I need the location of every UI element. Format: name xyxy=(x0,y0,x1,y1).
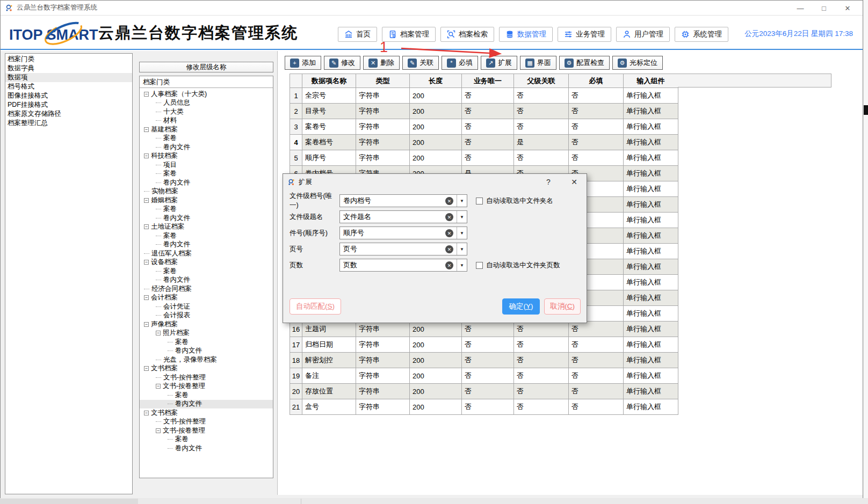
nav-home-button[interactable]: 首页 xyxy=(338,27,377,42)
tree-item[interactable]: 材料 xyxy=(140,116,273,126)
clear-icon[interactable]: ✕ xyxy=(445,213,453,221)
tree-item[interactable]: −人事档案（十大类) xyxy=(140,90,273,99)
collapse-icon[interactable]: − xyxy=(144,295,149,300)
tree-item[interactable]: −设备档案 xyxy=(140,258,273,267)
collapse-icon[interactable]: − xyxy=(156,331,161,335)
collapse-icon[interactable]: − xyxy=(144,127,149,132)
collapse-icon[interactable]: − xyxy=(156,428,161,433)
table-row[interactable]: 20存放位置字符串200否否否单行输入框 xyxy=(290,384,678,399)
toolbar-button-cursor-locate[interactable]: ⚙光标定位 xyxy=(612,56,663,70)
collapse-icon[interactable]: − xyxy=(144,92,149,97)
tree-item[interactable]: −科技档案 xyxy=(140,152,273,161)
collapse-icon[interactable]: − xyxy=(156,384,161,389)
auto-match-button[interactable]: 自动匹配(S) xyxy=(290,298,341,315)
nav-business-manage-button[interactable]: 业务管理 xyxy=(558,27,611,42)
tree-item[interactable]: 卷内文件 xyxy=(140,276,273,285)
page-count-combobox[interactable]: 页数 ✕ ▼ xyxy=(339,259,467,272)
tree-item[interactable]: 案卷 xyxy=(140,205,273,214)
tree-item[interactable]: 案卷 xyxy=(140,231,273,240)
clear-icon[interactable]: ✕ xyxy=(445,245,453,253)
table-row[interactable]: 16主题词字符串200否否否单行输入框 xyxy=(290,322,678,337)
table-row[interactable]: 18解密划控字符串200否否否单行输入框 xyxy=(290,353,678,368)
collapse-icon[interactable]: − xyxy=(144,224,149,229)
cell-num[interactable]: 18 xyxy=(290,353,302,368)
tree-item[interactable]: −基建档案 xyxy=(140,125,273,134)
nav-archive-manage-button[interactable]: 档案管理 xyxy=(382,27,436,42)
table-row[interactable]: 1全宗号字符串200否否否单行输入框 xyxy=(290,88,678,104)
toolbar-button-extend[interactable]: ↗扩展 xyxy=(481,56,517,70)
tree-item[interactable]: 卷内文件 xyxy=(140,214,273,223)
tree-item[interactable]: −文书-按卷整理 xyxy=(140,382,273,391)
table-row[interactable]: 5顺序号字符串200否否否单行输入框 xyxy=(290,150,678,166)
tree-root-label[interactable]: 档案门类 xyxy=(140,76,273,88)
chevron-down-icon[interactable]: ▼ xyxy=(457,259,467,271)
dialog-close-button[interactable]: ✕ xyxy=(567,176,581,188)
auto-read-pagecount-checkbox[interactable] xyxy=(476,262,483,269)
tree-item[interactable]: 卷内文件 xyxy=(140,240,273,250)
cell-num[interactable]: 16 xyxy=(290,322,302,337)
sidebar-item[interactable]: 数据字典 xyxy=(5,64,132,73)
clear-icon[interactable]: ✕ xyxy=(445,197,453,205)
col-header-index[interactable] xyxy=(290,74,302,88)
cancel-button[interactable]: 取消(C) xyxy=(544,298,581,315)
tree-item[interactable]: 经济合同档案 xyxy=(140,284,273,294)
maximize-button[interactable]: □ xyxy=(812,1,836,16)
chevron-down-icon[interactable]: ▼ xyxy=(457,227,467,239)
modify-level-name-button[interactable]: 修改层级名称 xyxy=(139,62,273,72)
tree-item[interactable]: 卷内文件 xyxy=(140,178,273,187)
tree-item[interactable]: −土地证档案 xyxy=(140,223,273,232)
sidebar-item[interactable]: 档案门类 xyxy=(5,55,132,64)
nav-system-manage-button[interactable]: 系统管理 xyxy=(675,27,728,42)
minimize-button[interactable]: — xyxy=(789,1,812,16)
tree-item[interactable]: −文书档案 xyxy=(140,364,273,374)
chevron-down-icon[interactable]: ▼ xyxy=(457,211,467,223)
col-header-type[interactable]: 类型 xyxy=(356,74,410,88)
table-row[interactable]: 4案卷档号字符串200否是否单行输入框 xyxy=(290,135,678,150)
nav-data-manage-button[interactable]: 数据管理 xyxy=(499,27,553,42)
col-header-widget[interactable]: 输入组件 xyxy=(624,74,678,88)
tree-item[interactable]: 案卷 xyxy=(140,267,273,276)
collapse-icon[interactable]: − xyxy=(144,411,149,415)
cell-num[interactable]: 5 xyxy=(290,150,302,166)
col-header-required[interactable]: 必填 xyxy=(569,74,624,88)
tree-item[interactable]: 案卷 xyxy=(140,435,273,444)
cell-num[interactable]: 1 xyxy=(290,88,302,104)
sidebar-item[interactable]: 档案整理汇总 xyxy=(5,119,132,128)
cell-num[interactable]: 2 xyxy=(290,104,302,119)
table-row[interactable]: 17归档日期字符串200否否否单行输入框 xyxy=(290,337,678,353)
collapse-icon[interactable]: − xyxy=(144,322,149,327)
clear-icon[interactable]: ✕ xyxy=(445,261,453,269)
tree-item[interactable]: 案卷 xyxy=(140,338,273,347)
file-title-combobox[interactable]: 文件题名 ✕ ▼ xyxy=(339,210,467,223)
sidebar-item[interactable]: 图像挂接格式 xyxy=(5,91,132,100)
tree-item[interactable]: 卷内文件 xyxy=(140,143,273,152)
toolbar-button-config-check[interactable]: ⚙配置检查 xyxy=(559,56,610,70)
cell-num[interactable]: 19 xyxy=(290,368,302,384)
tree-item[interactable]: 项目 xyxy=(140,160,273,170)
tree-item[interactable]: 卷内文件 xyxy=(140,444,273,453)
dialog-help-button[interactable]: ? xyxy=(541,176,555,188)
file-docno-combobox[interactable]: 卷内档号 ✕ ▼ xyxy=(339,194,467,207)
sidebar-item[interactable]: 数据项 xyxy=(5,73,132,82)
sidebar-item[interactable]: PDF挂接格式 xyxy=(5,100,132,109)
cell-num[interactable]: 4 xyxy=(290,135,302,150)
chevron-down-icon[interactable]: ▼ xyxy=(457,243,467,255)
close-button[interactable]: ✕ xyxy=(836,1,859,16)
toolbar-button-delete[interactable]: ✕删除 xyxy=(363,56,400,70)
tree-item[interactable]: 会计报表 xyxy=(140,311,273,320)
tree-item[interactable]: −婚姻档案 xyxy=(140,196,273,205)
collapse-icon[interactable]: − xyxy=(144,154,149,158)
collapse-icon[interactable]: − xyxy=(144,198,149,203)
tree-item[interactable]: 光盘，录像带档案 xyxy=(140,355,273,364)
collapse-icon[interactable]: − xyxy=(144,260,149,265)
col-header-unique[interactable]: 业务唯一 xyxy=(462,74,514,88)
tree-item[interactable]: 案卷 xyxy=(140,170,273,179)
dialog-titlebar[interactable]: 扩展 ? ✕ xyxy=(283,174,587,190)
auto-read-foldername-checkbox[interactable] xyxy=(476,198,483,204)
cell-num[interactable]: 3 xyxy=(290,119,302,135)
table-row[interactable]: 19备注字符串200否否否单行输入框 xyxy=(290,368,678,384)
tree-item[interactable]: −文书档案 xyxy=(140,408,273,418)
table-row[interactable]: 2目录号字符串200否否否单行输入框 xyxy=(290,104,678,119)
collapse-icon[interactable]: − xyxy=(144,366,149,371)
sidebar-item[interactable]: 档号格式 xyxy=(5,82,132,91)
